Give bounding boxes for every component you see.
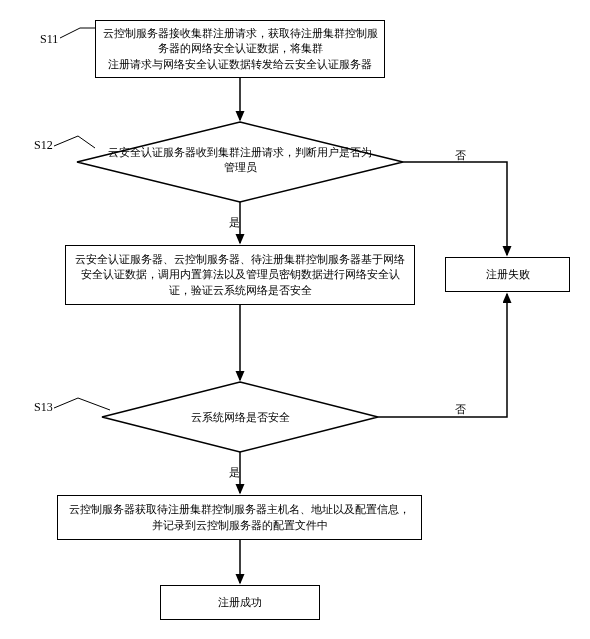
step-label-s11: S11 xyxy=(40,32,58,47)
process-text: 云控制服务器接收集群注册请求，获取待注册集群控制服务器的网络安全认证数据，将集群… xyxy=(102,26,378,72)
step-label-s13: S13 xyxy=(34,400,53,415)
process-text: 云安全认证服务器、云控制服务器、待注册集群控制服务器基于网络安全认证数据，调用内… xyxy=(72,252,408,298)
edge-label-no-1: 否 xyxy=(453,148,468,163)
process-box-record: 云控制服务器获取待注册集群控制服务器主机名、地址以及配置信息，并记录到云控制服务… xyxy=(57,495,422,540)
process-text: 注册失败 xyxy=(486,267,530,282)
process-text: 云控制服务器获取待注册集群控制服务器主机名、地址以及配置信息，并记录到云控制服务… xyxy=(64,502,415,533)
process-box-auth: 云安全认证服务器、云控制服务器、待注册集群控制服务器基于网络安全认证数据，调用内… xyxy=(65,245,415,305)
process-box-fail: 注册失败 xyxy=(445,257,570,292)
step-label-s12: S12 xyxy=(34,138,53,153)
process-text: 注册成功 xyxy=(218,595,262,610)
process-box-success: 注册成功 xyxy=(160,585,320,620)
edge-label-no-2: 否 xyxy=(453,402,468,417)
decision-text-s12: 云安全认证服务器收到集群注册请求，判断用户是否为管理员 xyxy=(105,145,375,176)
flow-arrows xyxy=(0,0,590,639)
decision-text-s13: 云系统网络是否安全 xyxy=(155,410,325,425)
edge-label-yes-2: 是 xyxy=(227,465,242,480)
process-box-s11: 云控制服务器接收集群注册请求，获取待注册集群控制服务器的网络安全认证数据，将集群… xyxy=(95,20,385,78)
edge-label-yes-1: 是 xyxy=(227,215,242,230)
